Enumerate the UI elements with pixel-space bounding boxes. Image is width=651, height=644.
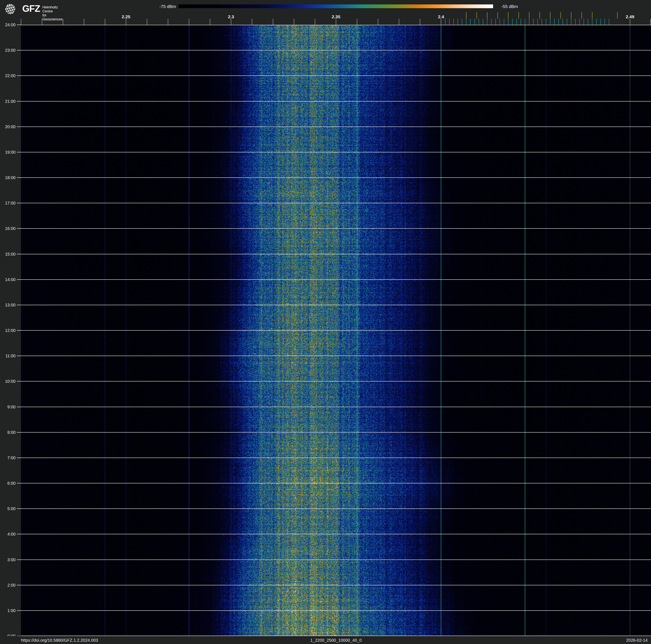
- ble-channel-tick: [563, 19, 563, 25]
- time-label: 12:00: [0, 328, 16, 333]
- ble-channel-tick: [546, 19, 546, 25]
- ble-channel-tick: [541, 19, 542, 25]
- freq-tick-minor: [105, 19, 105, 25]
- spectrogram-page: { "header": { "logo": { "brand": "GFZ", …: [0, 0, 651, 644]
- hour-tick: [17, 25, 21, 25]
- hour-tick: [17, 458, 21, 458]
- wifi-channel-tick: [476, 12, 477, 19]
- ble-channel-tick: [533, 19, 534, 25]
- ble-channel-tick: [517, 19, 517, 25]
- freq-axis-label: 2.49: [621, 14, 640, 19]
- wifi-channel-tick: [592, 12, 592, 19]
- freq-tick-minor: [231, 19, 231, 25]
- hour-tick: [17, 534, 21, 534]
- time-label: 23:00: [0, 48, 16, 53]
- wifi-channel-tick: [582, 12, 582, 19]
- wifi-channel-tick: [508, 12, 508, 19]
- freq-tick-minor: [399, 19, 399, 25]
- ble-channel-tick: [588, 19, 588, 25]
- freq-axis-label: 2.35: [327, 14, 345, 19]
- ble-channel-tick: [454, 19, 454, 25]
- time-label: 4:00: [0, 531, 16, 536]
- ble-channel-tick: [600, 19, 601, 25]
- ble-channel-tick: [579, 19, 580, 25]
- footer-bar: https://doi.org/10.5880/GFZ.1.2.2024.003…: [0, 636, 651, 644]
- ble-channel-tick: [449, 19, 450, 25]
- freq-tick-minor: [252, 19, 252, 25]
- hour-tick: [17, 101, 21, 101]
- wifi-channel-tick: [529, 12, 529, 19]
- hour-tick: [17, 610, 21, 611]
- freq-tick-minor: [126, 19, 126, 25]
- wifi-channel-tick: [617, 12, 618, 19]
- hour-tick: [17, 152, 21, 152]
- hour-tick: [17, 330, 21, 331]
- freq-tick-minor: [441, 19, 441, 25]
- freq-tick-minor: [630, 19, 630, 25]
- hour-tick: [17, 483, 21, 484]
- ble-channel-tick: [470, 19, 471, 25]
- colorbar-min-label: -75 dBm: [151, 4, 176, 9]
- wifi-channel-tick: [487, 12, 488, 19]
- hour-tick: [17, 50, 21, 51]
- ble-channel-tick: [466, 19, 466, 25]
- time-label: 20:00: [0, 124, 16, 129]
- hour-tick: [17, 76, 21, 76]
- ble-channel-tick: [537, 19, 538, 25]
- wifi-channel-tick: [519, 12, 519, 19]
- dataset-id-text: 1_2200_2500_10000_40_0: [21, 638, 651, 643]
- freq-tick-minor: [336, 19, 336, 25]
- wifi-channel-tick: [497, 12, 498, 19]
- hour-tick: [17, 203, 21, 203]
- time-label: 19:00: [0, 150, 16, 155]
- freq-tick-minor: [63, 19, 63, 25]
- hour-tick: [17, 407, 21, 407]
- freq-axis-label: 2.25: [117, 14, 135, 19]
- time-label: 15:00: [0, 252, 16, 257]
- ble-channel-tick: [512, 19, 513, 25]
- time-label: 16:00: [0, 226, 16, 231]
- ble-channel-tick: [575, 19, 576, 25]
- time-label: 21:00: [0, 99, 16, 104]
- hour-tick: [17, 508, 21, 509]
- hour-tick: [17, 432, 21, 433]
- ble-channel-tick: [571, 19, 571, 25]
- ble-channel-tick: [508, 19, 508, 25]
- time-label: 7:00: [0, 455, 16, 460]
- hour-tick: [17, 305, 21, 305]
- freq-tick-minor: [84, 19, 84, 25]
- ble-channel-tick: [525, 19, 525, 25]
- spectrogram-canvas: [21, 25, 651, 636]
- time-label: 2:00: [0, 583, 16, 588]
- wifi-channel-tick: [550, 12, 550, 19]
- time-label: 3:00: [0, 557, 16, 562]
- wifi-channel-tick: [539, 12, 540, 19]
- ble-channel-tick: [445, 19, 445, 25]
- hour-tick: [17, 126, 21, 127]
- time-label: 24:00: [0, 22, 16, 27]
- hour-tick: [17, 279, 21, 280]
- hour-tick: [17, 254, 21, 254]
- freq-tick-minor: [294, 19, 294, 25]
- ble-channel-tick: [521, 19, 521, 25]
- ble-channel-tick: [483, 19, 483, 25]
- ble-channel-tick: [491, 19, 492, 25]
- freq-tick-minor: [378, 19, 378, 25]
- ble-channel-tick: [554, 19, 555, 25]
- freq-tick-minor: [420, 19, 420, 25]
- ble-channel-tick: [487, 19, 488, 25]
- colorbar-max-label: -55 dBm: [501, 4, 518, 9]
- ble-channel-tick: [500, 19, 500, 25]
- time-label: 8:00: [0, 430, 16, 435]
- header-bar: GFZ Helmholtz Centre for Geosciences -75…: [0, 0, 651, 25]
- time-label: 13:00: [0, 302, 16, 308]
- time-label: 1:00: [0, 608, 16, 613]
- ble-channel-tick: [558, 19, 559, 25]
- ble-channel-tick: [584, 19, 584, 25]
- ble-channel-tick: [592, 19, 592, 25]
- time-label: 10:00: [0, 379, 16, 384]
- date-text: 2026-02-14: [626, 638, 648, 643]
- freq-tick-minor: [42, 19, 42, 25]
- ble-channel-tick: [567, 19, 567, 25]
- wifi-channel-tick: [560, 12, 561, 19]
